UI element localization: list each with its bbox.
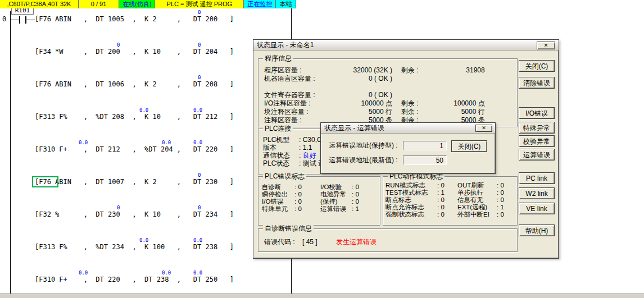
group-legend: 自诊断错误信息 — [263, 224, 314, 232]
left-power-rail — [10, 11, 11, 294]
ladder-rung-1[interactable]: [F34 *W , DT 200 , K 10 , DT 204 ] — [35, 48, 234, 56]
monitor-value: 0.0 — [139, 107, 148, 113]
remain-label: 剩余 : — [401, 99, 419, 108]
monitor-value: 0 — [117, 205, 120, 210]
error-code-label: 错误代码 : — [264, 238, 295, 246]
program-info-row: 机器语言区容量 :0 ( OK ) — [264, 75, 511, 83]
operation-error-button[interactable]: 运算错误 — [519, 149, 555, 161]
bottom-scrollbar-track[interactable] — [0, 294, 644, 298]
plc-model-indicator: ,C60T/P,C38A,40T 32K — [0, 0, 79, 8]
flag-row: RUN模式标志: 0 — [386, 182, 457, 189]
w2-link-button[interactable]: W2 link — [519, 187, 555, 199]
flag-value: : 0 — [437, 182, 445, 189]
ladder-rung-5[interactable]: [F76 ABIN , DT 1007 , K 2 , DT 230 ] — [35, 178, 234, 186]
group-legend: 程序信息 — [263, 54, 293, 62]
ladder-rung-2[interactable]: [F76 ABIN , DT 1006 , K 2 , DT 208 ] — [35, 80, 234, 88]
error-message: 发生运算错误 — [336, 238, 377, 246]
flag-label: 信息有无 — [457, 196, 497, 204]
error-dialog-titlebar[interactable]: 状态显示 - 运算错误 ✕ — [321, 123, 495, 134]
ladder-rung-0[interactable]: [F76 ABIN , DT 1005 , K 2 , DT 200 ] — [35, 15, 234, 23]
monitor-value: 0.0 — [193, 140, 202, 145]
remain-label: 剩余 : — [401, 108, 419, 116]
verify-anomaly-button[interactable]: 校验异常 — [519, 135, 555, 147]
ladder-rung-3[interactable]: [F313 F% , %DT 208 , K 10 , DT 212 ] — [35, 113, 234, 121]
plc-connection-label: 通信状态 — [263, 152, 299, 159]
no-contact-symbol[interactable] — [19, 16, 20, 24]
station-indicator: 本站 — [276, 0, 296, 8]
remain-value: 100000 点 — [419, 99, 485, 108]
rung-wire — [26, 20, 35, 20]
app-window: 0 R101 [F76 ABIN , DT 1005 , K 2 , DT 20… — [0, 0, 644, 298]
program-info-value: 0 ( OK ) — [343, 91, 392, 99]
monitor-value: 0.0 — [79, 270, 88, 276]
flag-label: 断点允许标志 — [386, 204, 437, 211]
monitor-value: 0 — [198, 42, 201, 48]
flag-row: TEST模式标志: 1 — [386, 189, 457, 196]
flag-value: : 1 — [352, 205, 359, 212]
flag-value: : 0 — [437, 196, 445, 203]
plc-connection-label: 版本 — [263, 144, 299, 152]
flag-label: 运算错误 — [320, 205, 352, 213]
flag-value: : 0 — [437, 204, 445, 210]
close-icon[interactable]: ✕ — [537, 42, 555, 49]
error-address-field[interactable]: 1 — [403, 141, 447, 150]
program-info-label: 文件寄存器容量 : — [264, 91, 343, 99]
error-address-field[interactable]: 50 — [403, 155, 447, 165]
online-mode-indicator: 在线(仿真) — [119, 0, 155, 8]
group-legend: PLC连接 — [263, 125, 293, 132]
monitor-value: 0.0 — [139, 237, 148, 243]
monitoring-indicator: 正在监控 — [244, 0, 276, 8]
group-legend: PLC错误标志 — [263, 172, 306, 180]
flag-label: 自诊断 — [262, 184, 294, 191]
status-dialog-titlebar[interactable]: 状态显示 - 未命名1 ✕ — [253, 40, 559, 51]
flag-row: 断点标志: 0 — [386, 196, 457, 204]
monitor-value: 0.0 — [162, 270, 171, 276]
monitor-value: 0 — [117, 42, 120, 48]
program-info-group: 程序信息 程序区容量 :32000 (32K )剩余 :31908机器语言区容量… — [258, 58, 518, 127]
ve-link-button[interactable]: VE link — [519, 203, 555, 214]
clear-errors-button[interactable]: 清除错误 — [519, 77, 555, 89]
flag-label: I/O错误 — [262, 198, 294, 205]
ladder-rung-6[interactable]: [F32 % , DT 230 , K 10 , DT 234 ] — [35, 210, 234, 218]
flag-label: OUT刷新 — [457, 182, 497, 189]
ladder-rung-7[interactable]: [F313 F% , %DT 234 , K 100 , DT 238 ] — [35, 243, 234, 251]
special-anomaly-button[interactable]: 特殊异常 — [519, 122, 555, 134]
plc-connection-label: PLC机型 — [263, 136, 299, 144]
program-info-value: 0 ( OK ) — [343, 75, 392, 83]
error-dialog-close-button[interactable]: 关闭(C) — [451, 140, 487, 152]
flag-label: 电池异常 — [320, 191, 352, 198]
program-info-label: 程序区容量 : — [264, 66, 343, 75]
plc-mode-flags-group: PLC动作模式标志 RUN模式标志: 0TEST模式标志: 1断点标志: 0断点… — [383, 176, 518, 226]
close-icon[interactable]: ✕ — [475, 125, 492, 132]
flag-label: 外部中断EI — [457, 211, 497, 218]
help-button[interactable]: 帮助(H) — [519, 224, 555, 236]
monitor-value: 0 — [198, 205, 201, 210]
mode-flags-col2: OUT刷新: 0单步执行: 0信息有无: 0EXT(远程): 1外部中断EI: … — [457, 182, 515, 218]
error-dialog-title: 状态显示 - 运算错误 — [324, 123, 492, 133]
io-error-button[interactable]: I/O错误 — [519, 107, 555, 119]
remain-value: 31908 — [419, 66, 485, 75]
program-info-label: 机器语言区容量 : — [264, 75, 343, 83]
program-info-rows: 程序区容量 :32000 (32K )剩余 :31908机器语言区容量 :0 (… — [258, 59, 517, 125]
flag-row: OUT刷新: 0 — [457, 182, 515, 189]
ladder-rung-4[interactable]: [F310 F+ , DT 212 , %DT 204 , DT 220 ] — [35, 145, 234, 153]
program-info-row: 块注释区容量 :5000 行剩余 :5000 行 — [264, 108, 511, 116]
error-address-label: 运算错误地址(保持型) : — [329, 141, 398, 150]
plc-connection-value: : 良好 — [299, 152, 316, 159]
error-address-row: 运算错误地址(最新值) :50 — [329, 155, 488, 166]
selection-cursor — [32, 176, 58, 187]
error-flags-col1: 自诊断: 0瞬停检出: 0I/O错误: 0特殊单元: 0 — [262, 184, 320, 213]
pc-link-button[interactable]: PC link — [519, 172, 555, 184]
ladder-rung-8[interactable]: [F310 F+ , DT 220 , DT 238 , DT 250 ] — [35, 276, 234, 283]
monitor-value: 0 — [198, 75, 201, 80]
close-button[interactable]: 关闭(C) — [519, 60, 555, 72]
remain-label: 剩余 : — [401, 66, 419, 75]
flag-row: 自诊断: 0 — [262, 184, 320, 191]
flag-row: 电池异常: 0 — [320, 191, 377, 198]
monitor-value: 0.0 — [193, 237, 202, 243]
flag-value: : 0 — [352, 198, 359, 205]
flag-value: : 1 — [497, 204, 504, 210]
flag-label: 单步执行 — [457, 189, 497, 196]
rung-wire — [10, 20, 19, 20]
flag-value: : 0 — [497, 182, 504, 189]
